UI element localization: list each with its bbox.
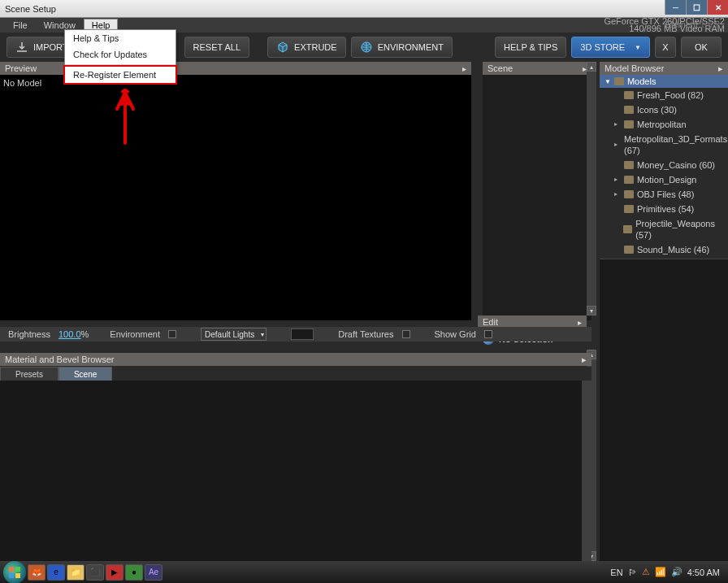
maximize-button[interactable]: ☐: [686, 0, 707, 15]
tree-item[interactable]: Money_Casino (60): [600, 158, 728, 172]
environment-label: Environment: [110, 329, 160, 339]
tree-item-label: Metropolitan_3D_Formats (67): [624, 133, 727, 156]
lights-combobox[interactable]: Default Lights: [201, 328, 266, 341]
svg-rect-1: [9, 567, 14, 572]
tree-item[interactable]: ▸OBJ Files (48): [600, 187, 728, 202]
svg-rect-4: [15, 573, 20, 578]
extrude-button[interactable]: EXTRUDE: [267, 37, 346, 58]
chevron-down-icon: ▼: [604, 78, 611, 85]
scene-scrollbar[interactable]: ▴ ▾: [587, 62, 596, 315]
tray-language[interactable]: EN: [610, 568, 622, 577]
taskbar-app1[interactable]: ⬛: [86, 564, 104, 581]
x-button[interactable]: X: [655, 37, 676, 58]
tree-item[interactable]: Primitives (54): [600, 202, 728, 216]
model-browser-panel: Model Browser▸ ▼ Models Fresh_Food (82)I…: [600, 62, 728, 561]
help-tips-item[interactable]: Help & Tips: [65, 30, 176, 46]
tree-item-label: Metropolitan: [637, 119, 687, 130]
tree-item[interactable]: ▸Metropolitan: [600, 117, 728, 132]
3d-store-button[interactable]: 3D STORE▼: [571, 37, 650, 58]
windows-logo-icon: [8, 566, 21, 579]
taskbar-explorer[interactable]: 📁: [67, 564, 84, 581]
expand-icon: ▸: [614, 189, 621, 200]
tree-item[interactable]: ▸Motion_Design: [600, 172, 728, 187]
tree-item[interactable]: ▸Metropolitan_3D_Formats (67): [600, 132, 728, 158]
tree-item-label: Projectile_Weapons (57): [635, 218, 725, 241]
tray-warning-icon[interactable]: ⚠: [642, 567, 650, 577]
show-grid-label: Show Grid: [435, 329, 476, 339]
ok-button[interactable]: OK: [681, 37, 722, 58]
window-title: Scene Setup: [5, 4, 56, 14]
tab-scene[interactable]: Scene: [58, 367, 112, 381]
tree-item[interactable]: Fresh_Food (82): [600, 88, 728, 102]
system-tray: EN 🏳 ⚠ 📶 🔊 4:50 AM: [610, 567, 725, 577]
taskbar-ie[interactable]: e: [47, 564, 65, 581]
tree-item-label: Fresh_Food (82): [637, 89, 704, 101]
reset-all-button[interactable]: RESET ALL: [184, 37, 250, 58]
folder-icon: [614, 77, 624, 85]
panel-expand-icon[interactable]: ▸: [578, 318, 582, 327]
version-label: Element 1.6.2: [665, 20, 720, 29]
folder-icon: [623, 225, 632, 233]
model-tree[interactable]: ▼ Models Fresh_Food (82)Icons (30)▸Metro…: [600, 75, 728, 259]
preview-viewport[interactable]: No Model: [0, 75, 471, 320]
taskbar: 🦊 e 📁 ⬛ ▶ ● Ae EN 🏳 ⚠ 📶 🔊 4:50 AM: [0, 561, 728, 583]
panel-expand-icon[interactable]: ▸: [462, 64, 466, 73]
environment-checkbox[interactable]: [168, 330, 176, 338]
titlebar: Scene Setup ─ ☐ ✕: [0, 0, 728, 18]
tree-item-label: Motion_Design: [637, 174, 696, 185]
folder-icon: [624, 246, 634, 254]
help-tips-button[interactable]: HELP & TIPS: [495, 37, 566, 58]
draft-textures-label: Draft Textures: [338, 329, 393, 339]
taskbar-app3[interactable]: ●: [125, 564, 143, 581]
scroll-down-button[interactable]: ▾: [587, 306, 596, 315]
start-button[interactable]: [3, 561, 26, 584]
brightness-value[interactable]: 100.0: [58, 329, 81, 339]
tray-network-icon[interactable]: 📶: [655, 567, 666, 577]
import-icon: [15, 41, 28, 54]
show-grid-checkbox[interactable]: [484, 330, 492, 338]
scene-panel: Scene▸: [483, 62, 592, 320]
scene-header: Scene▸: [483, 62, 592, 75]
scroll-up-button[interactable]: ▴: [587, 62, 596, 72]
globe-icon: [360, 41, 373, 54]
material-scrollbar[interactable]: [582, 381, 592, 561]
tray-flag-icon[interactable]: 🏳: [628, 568, 637, 577]
tree-item[interactable]: Sound_Music (46): [600, 242, 728, 257]
close-button[interactable]: ✕: [707, 0, 728, 15]
tree-root-models[interactable]: ▼ Models: [600, 75, 728, 88]
environment-button[interactable]: ENVIRONMENT: [351, 37, 453, 58]
draft-textures-checkbox[interactable]: [402, 330, 410, 338]
bg-color-swatch[interactable]: [291, 328, 314, 340]
panel-expand-icon[interactable]: ▸: [582, 355, 587, 365]
folder-icon: [624, 106, 634, 114]
panel-expand-icon[interactable]: ▸: [718, 63, 723, 74]
svg-rect-3: [9, 573, 14, 578]
minimize-button[interactable]: ─: [665, 0, 686, 15]
extrude-icon: [276, 41, 289, 54]
scene-tree[interactable]: [483, 75, 592, 320]
folder-icon: [624, 190, 634, 198]
tray-clock[interactable]: 4:50 AM: [687, 568, 720, 577]
tree-item-label: Money_Casino (60): [637, 159, 715, 171]
brightness-label: Brightness: [8, 329, 50, 339]
taskbar-aftereffects[interactable]: Ae: [145, 564, 162, 581]
tree-item-label: Icons (30): [637, 104, 677, 115]
material-browser-header: Material and Bevel Browser▸: [0, 353, 592, 366]
chevron-down-icon: ▼: [635, 44, 641, 51]
folder-icon: [624, 120, 634, 128]
taskbar-app2[interactable]: ▶: [106, 564, 124, 581]
model-browser-header: Model Browser▸: [600, 62, 728, 75]
taskbar-firefox[interactable]: 🦊: [28, 564, 46, 581]
no-model-label: No Model: [3, 78, 41, 88]
tab-presets[interactable]: Presets: [0, 367, 58, 381]
tree-item[interactable]: Projectile_Weapons (57): [600, 216, 728, 242]
folder-icon: [624, 91, 634, 99]
check-updates-item[interactable]: Check for Updates: [65, 46, 176, 63]
material-grid[interactable]: [0, 381, 582, 561]
tree-item[interactable]: Icons (30): [600, 102, 728, 117]
re-register-item[interactable]: Re-Register Element: [63, 65, 177, 85]
tray-volume-icon[interactable]: 🔊: [671, 567, 682, 577]
svg-rect-2: [15, 567, 20, 572]
folder-icon: [624, 161, 634, 169]
menu-file[interactable]: File: [5, 19, 36, 32]
